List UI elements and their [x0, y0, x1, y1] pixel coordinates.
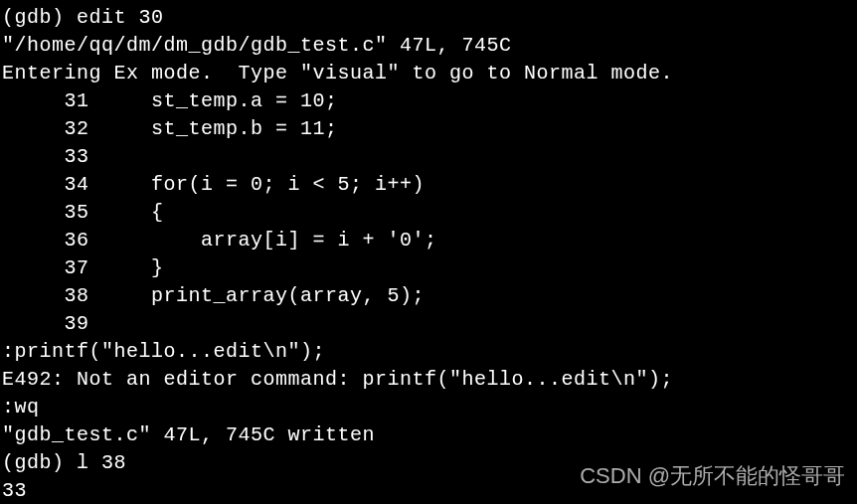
- file-info-line: "/home/qq/dm/dm_gdb/gdb_test.c" 47L, 745…: [2, 32, 855, 60]
- code-line: 37 }: [2, 254, 855, 282]
- gdb-command-line: (gdb) edit 30: [2, 4, 855, 32]
- ex-command-line: :wq: [2, 394, 855, 421]
- csdn-watermark: CSDN @无所不能的怪哥哥: [580, 461, 845, 492]
- code-line: 39: [2, 310, 855, 338]
- ex-command-line: :printf("hello...edit\n");: [2, 338, 855, 366]
- code-line: 38 print_array(array, 5);: [2, 282, 855, 310]
- code-line: 31 st_temp.a = 10;: [2, 87, 855, 115]
- code-line: 35 {: [2, 199, 855, 227]
- error-line: E492: Not an editor command: printf("hel…: [2, 366, 855, 394]
- terminal-output[interactable]: (gdb) edit 30 "/home/qq/dm/dm_gdb/gdb_te…: [2, 4, 855, 504]
- ex-mode-line: Entering Ex mode. Type "visual" to go to…: [2, 60, 855, 87]
- code-line: 32 st_temp.b = 11;: [2, 115, 855, 143]
- code-line: 34 for(i = 0; i < 5; i++): [2, 171, 855, 199]
- code-line: 36 array[i] = i + '0';: [2, 227, 855, 254]
- file-written-line: "gdb_test.c" 47L, 745C written: [2, 421, 855, 449]
- code-line: 33: [2, 143, 855, 171]
